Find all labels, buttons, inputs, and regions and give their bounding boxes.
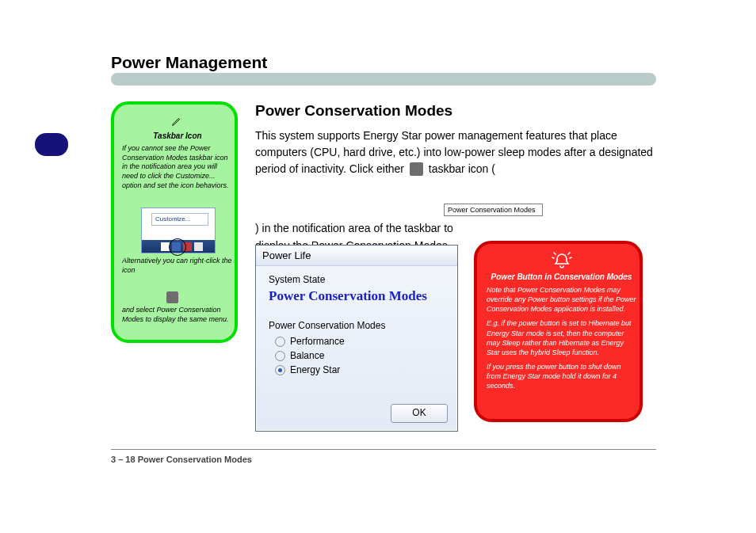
dialog-mode-heading: Power Conservation Modes: [269, 288, 445, 304]
note-title: Taskbar Icon: [124, 131, 231, 140]
power-conservation-icon-inline: [166, 291, 178, 303]
alarm-icon: [552, 252, 572, 269]
chapter-pill: [35, 133, 68, 156]
power-conservation-icon[interactable]: [410, 162, 423, 176]
radio-icon: [275, 337, 285, 347]
warning-p1: Note that Power Conservation Modes may o…: [487, 285, 636, 314]
ok-button[interactable]: OK: [391, 404, 448, 423]
power-life-dialog: Power Life System State Power Conservati…: [255, 245, 458, 432]
footer-left: 3 – 18 Power Conservation Modes: [111, 455, 252, 464]
section-underline: [111, 73, 656, 86]
note-body-2: Alternatively you can right-click the ic…: [122, 257, 233, 275]
radio-icon: [275, 351, 285, 361]
note-body-3: and select Power Conservation Modes to d…: [122, 306, 233, 324]
note-taskbar-icon: Taskbar Icon If you cannot see the Power…: [111, 101, 238, 343]
radio-group-label: Power Conservation Modes: [269, 320, 445, 331]
page-footer: 3 – 18 Power Conservation Modes: [111, 455, 656, 464]
document-page: Power Management Taskbar Icon If you can…: [0, 0, 756, 533]
radio-energy-star[interactable]: Energy Star: [275, 364, 445, 375]
radio-label: Performance: [290, 336, 345, 347]
paragraph-1b: taskbar icon (: [429, 162, 495, 175]
pen-icon: [171, 116, 182, 127]
main-content: Power Conservation Modes This system sup…: [255, 100, 655, 177]
warning-p2: E.g. if the power button is set to Hiber…: [487, 318, 636, 357]
taskbar-screenshot: Customize...: [141, 207, 216, 253]
main-heading: Power Conservation Modes: [255, 100, 655, 123]
warning-p3: If you press the power button to shut do…: [487, 362, 636, 390]
tooltip-power-conservation: Power Conservation Modes: [444, 204, 543, 216]
footer-rule: [111, 449, 656, 450]
tray-icon-volume: [194, 242, 203, 251]
radio-label: Balance: [290, 350, 324, 361]
warning-power-button: Power Button in Conservation Modes Note …: [474, 241, 643, 422]
warning-body: Note that Power Conservation Modes may o…: [487, 285, 636, 395]
radio-label: Energy Star: [290, 364, 340, 375]
note-body-1: If you cannot see the Power Conservation…: [122, 144, 233, 190]
dialog-titlebar: Power Life: [256, 246, 457, 266]
warning-title: Power Button in Conservation Modes: [487, 272, 636, 281]
system-state-label: System State: [269, 274, 445, 285]
radio-performance[interactable]: Performance: [275, 336, 445, 347]
customize-link[interactable]: Customize...: [151, 213, 208, 226]
highlight-circle: [169, 238, 186, 256]
section-title: Power Management: [111, 53, 267, 72]
radio-icon: [275, 365, 285, 375]
radio-balance[interactable]: Balance: [275, 350, 445, 361]
